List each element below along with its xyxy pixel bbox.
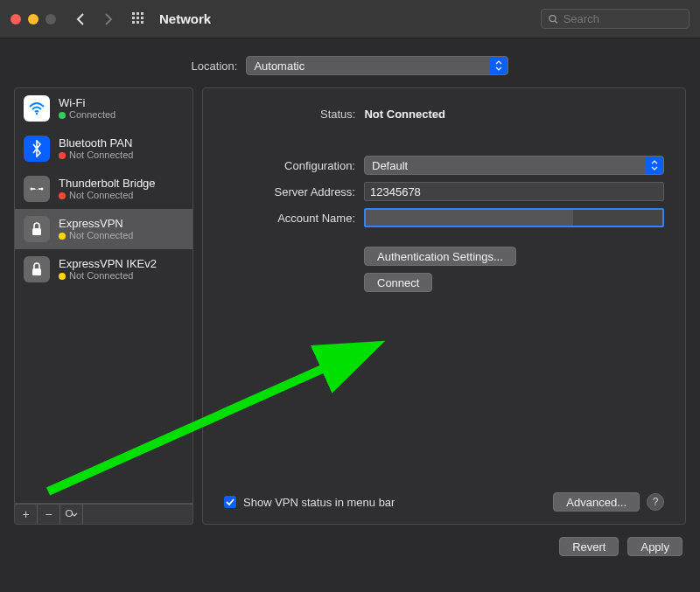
location-select[interactable]: Automatic bbox=[246, 56, 508, 75]
service-status: Connected bbox=[59, 109, 116, 121]
detail-panel: Status: Not Connected Configuration: Def… bbox=[202, 87, 686, 525]
service-status: Not Connected bbox=[59, 190, 156, 201]
minimize-window-button[interactable] bbox=[28, 14, 38, 24]
svg-rect-0 bbox=[132, 12, 135, 15]
svg-rect-1 bbox=[136, 12, 139, 15]
svg-rect-4 bbox=[136, 17, 139, 19]
configuration-select[interactable]: Default bbox=[364, 156, 664, 175]
tb-icon: ⋯ bbox=[24, 176, 50, 202]
location-row: Location: Automatic bbox=[0, 38, 700, 87]
status-dot bbox=[59, 192, 66, 199]
svg-point-11 bbox=[36, 113, 38, 115]
advanced-button[interactable]: Advanced... bbox=[553, 492, 640, 512]
main-content: Wi-FiConnectedBluetooth PANNot Connected… bbox=[0, 87, 700, 525]
svg-text:⋯: ⋯ bbox=[34, 186, 40, 192]
svg-point-12 bbox=[31, 188, 33, 191]
bt-icon bbox=[24, 136, 50, 162]
svg-point-17 bbox=[66, 511, 72, 517]
back-button[interactable] bbox=[72, 10, 89, 28]
close-window-button[interactable] bbox=[10, 14, 21, 24]
service-item[interactable]: ⋯Thunderbolt BridgeNot Connected bbox=[15, 169, 192, 209]
svg-rect-5 bbox=[141, 17, 144, 19]
search-input[interactable] bbox=[564, 12, 682, 25]
service-status: Not Connected bbox=[59, 230, 133, 241]
help-button[interactable]: ? bbox=[647, 493, 664, 511]
location-label: Location: bbox=[192, 59, 238, 73]
svg-rect-2 bbox=[141, 12, 144, 15]
status-dot bbox=[59, 112, 66, 119]
search-icon bbox=[549, 14, 558, 24]
nav-buttons bbox=[72, 10, 117, 28]
svg-rect-7 bbox=[136, 21, 139, 24]
status-label: Status: bbox=[320, 108, 355, 121]
svg-rect-15 bbox=[32, 228, 41, 235]
service-status: Not Connected bbox=[59, 270, 157, 282]
titlebar: Network bbox=[0, 0, 700, 38]
svg-rect-16 bbox=[32, 268, 41, 275]
service-item[interactable]: ExpressVPN IKEv2Not Connected bbox=[15, 249, 192, 289]
revert-button[interactable]: Revert bbox=[559, 537, 619, 556]
connect-button[interactable]: Connect bbox=[364, 273, 432, 292]
location-value: Automatic bbox=[254, 59, 304, 73]
show-vpn-checkbox[interactable] bbox=[224, 496, 236, 508]
chevron-updown-icon bbox=[490, 57, 508, 74]
account-name-label: Account Name: bbox=[224, 212, 355, 225]
show-all-prefs-button[interactable] bbox=[130, 10, 149, 29]
service-status: Not Connected bbox=[59, 150, 133, 161]
service-name: ExpressVPN IKEv2 bbox=[59, 257, 157, 271]
service-name: Bluetooth PAN bbox=[59, 136, 133, 150]
svg-rect-6 bbox=[132, 21, 135, 24]
remove-service-button[interactable]: − bbox=[38, 505, 60, 524]
lock-icon bbox=[24, 216, 50, 242]
service-item[interactable]: Bluetooth PANNot Connected bbox=[15, 129, 192, 169]
service-item[interactable]: ExpressVPNNot Connected bbox=[15, 209, 192, 249]
authentication-settings-button[interactable]: Authentication Settings... bbox=[364, 247, 516, 266]
bottom-bar: Revert Apply bbox=[0, 525, 700, 556]
search-field[interactable] bbox=[541, 9, 690, 29]
chevron-updown-icon bbox=[646, 157, 663, 174]
status-row: Status: Not Connected bbox=[224, 108, 664, 121]
window-title: Network bbox=[159, 11, 211, 26]
account-name-input[interactable] bbox=[364, 208, 664, 227]
apply-button[interactable]: Apply bbox=[627, 537, 682, 556]
detail-footer: Show VPN status in menu bar Advanced... … bbox=[224, 492, 664, 512]
sidebar: Wi-FiConnectedBluetooth PANNot Connected… bbox=[14, 87, 193, 525]
lock-icon bbox=[24, 256, 50, 282]
service-actions-button[interactable] bbox=[60, 505, 83, 524]
show-vpn-label: Show VPN status in menu bar bbox=[243, 496, 395, 509]
svg-rect-3 bbox=[132, 17, 135, 19]
service-name: ExpressVPN bbox=[59, 217, 133, 231]
svg-point-9 bbox=[550, 15, 556, 21]
status-dot bbox=[59, 152, 66, 159]
server-address-label: Server Address: bbox=[224, 185, 355, 198]
service-name: Thunderbolt Bridge bbox=[59, 177, 156, 191]
add-service-button[interactable]: + bbox=[15, 505, 38, 524]
traffic-lights bbox=[10, 14, 56, 24]
status-dot bbox=[59, 233, 66, 240]
configuration-value: Default bbox=[372, 159, 408, 172]
configuration-label: Configuration: bbox=[224, 159, 355, 172]
service-name: Wi-Fi bbox=[59, 96, 116, 110]
forward-button[interactable] bbox=[100, 10, 117, 28]
svg-rect-8 bbox=[141, 21, 144, 24]
wifi-icon bbox=[24, 95, 50, 122]
status-dot bbox=[59, 273, 66, 280]
zoom-window-button[interactable] bbox=[46, 14, 56, 24]
server-address-input[interactable] bbox=[364, 182, 664, 201]
status-value: Not Connected bbox=[364, 108, 444, 121]
service-item[interactable]: Wi-FiConnected bbox=[15, 88, 192, 129]
service-list[interactable]: Wi-FiConnectedBluetooth PANNot Connected… bbox=[14, 87, 193, 504]
svg-point-13 bbox=[41, 188, 44, 191]
list-footer: + − bbox=[14, 504, 193, 525]
svg-line-10 bbox=[555, 20, 557, 23]
